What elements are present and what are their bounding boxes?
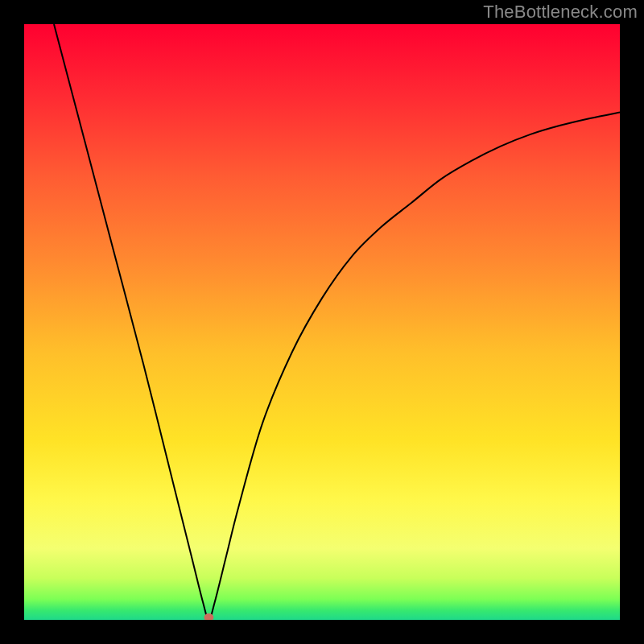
plot-area <box>24 24 620 620</box>
gradient-background <box>24 24 620 620</box>
chart-frame: TheBottleneck.com <box>0 0 644 644</box>
bottleneck-chart <box>24 24 620 620</box>
watermark-text: TheBottleneck.com <box>483 2 638 23</box>
